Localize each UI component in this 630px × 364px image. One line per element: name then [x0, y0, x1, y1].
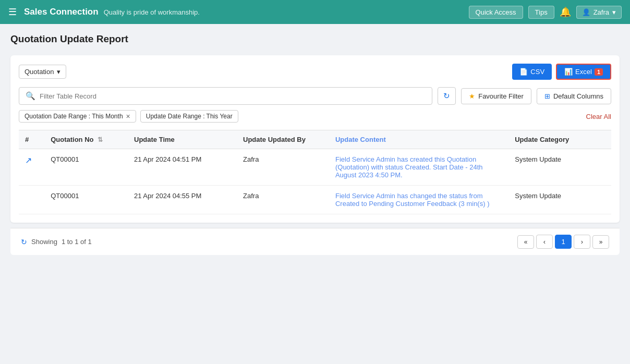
export-buttons: 📄 CSV 📊 Excel 1 — [512, 64, 611, 80]
user-avatar-icon: 👤 — [582, 8, 590, 16]
showing-prefix: Showing — [31, 238, 57, 246]
search-icon: 🔍 — [26, 91, 35, 101]
quotation-dropdown-label: Quotation — [25, 68, 54, 76]
next-page-button[interactable]: › — [574, 235, 590, 249]
excel-badge: 1 — [595, 68, 603, 76]
row1-time: 21 Apr 2024 04:51 PM — [128, 149, 237, 186]
top-navigation: ☰ Sales Connection Quality is pride of w… — [0, 0, 630, 24]
toolbar-row: Quotation ▾ 📄 CSV 📊 Excel 1 — [19, 64, 611, 80]
brand-tagline: Quality is pride of workmanship. — [104, 8, 200, 16]
row2-content: Field Service Admin has changed the stat… — [329, 186, 508, 214]
table-header-row: # Quotation No ⇅ Update Time Update Upda… — [19, 130, 611, 149]
search-box[interactable]: 🔍 — [19, 87, 432, 105]
user-name: Zafra — [593, 8, 609, 16]
row2-qno: QT00001 — [44, 186, 128, 214]
col-header-by: Update Updated By — [237, 130, 329, 149]
csv-label: CSV — [530, 68, 544, 76]
nav-right-section: Quick Access Tips 🔔 👤 Zafra ▾ — [469, 6, 622, 19]
col-header-time: Update Time — [128, 130, 237, 149]
table-row: QT00001 21 Apr 2024 04:55 PM Zafra Field… — [19, 186, 611, 214]
col-header-hash: # — [19, 130, 44, 149]
search-input[interactable] — [40, 92, 426, 100]
star-icon: ★ — [469, 92, 475, 100]
search-row: 🔍 ↻ ★ Favourite Filter ⊞ Default Columns — [19, 87, 611, 105]
excel-icon: 📊 — [564, 68, 573, 76]
filter-tag-update-date: Update Date Range : This Year — [140, 110, 238, 123]
clear-all-button[interactable]: Clear All — [586, 113, 611, 120]
showing-range: 1 to 1 of 1 — [62, 238, 92, 246]
row1-qno: QT00001 — [44, 149, 128, 186]
quotation-dropdown[interactable]: Quotation ▾ — [19, 65, 66, 79]
row2-by: Zafra — [237, 186, 329, 214]
first-page-button[interactable]: « — [517, 235, 534, 249]
default-columns-button[interactable]: ⊞ Default Columns — [537, 88, 611, 104]
filter-quotation-date-remove[interactable]: × — [126, 113, 130, 120]
data-table-container: # Quotation No ⇅ Update Time Update Upda… — [19, 130, 611, 214]
report-card: Quotation ▾ 📄 CSV 📊 Excel 1 🔍 — [10, 55, 620, 223]
col-header-qno: Quotation No ⇅ — [44, 130, 128, 149]
pagination-refresh-icon[interactable]: ↻ — [21, 238, 27, 246]
filter-tag-quotation-date: Quotation Date Range : This Month × — [19, 110, 136, 123]
pagination-bar: ↻ Showing 1 to 1 of 1 « ‹ 1 › » — [10, 228, 620, 255]
fav-filter-label: Favourite Filter — [478, 92, 524, 100]
col-header-category: Update Category — [508, 130, 611, 149]
refresh-button[interactable]: ↻ — [438, 87, 456, 105]
row1-link-icon[interactable]: ↗ — [25, 156, 32, 165]
last-page-button[interactable]: » — [592, 235, 609, 249]
main-content: Quotation Update Report Quotation ▾ 📄 CS… — [0, 24, 630, 364]
columns-icon: ⊞ — [544, 92, 550, 100]
user-chevron-icon: ▾ — [612, 8, 616, 16]
current-page-button[interactable]: 1 — [555, 235, 572, 249]
csv-icon: 📄 — [519, 68, 528, 76]
sort-icon[interactable]: ⇅ — [98, 136, 103, 143]
page-title: Quotation Update Report — [10, 33, 620, 45]
quotation-dropdown-chevron-icon: ▾ — [57, 68, 60, 76]
excel-export-button[interactable]: 📊 Excel 1 — [556, 64, 611, 80]
notification-bell-icon[interactable]: 🔔 — [560, 6, 571, 18]
col-header-content: Update Content — [329, 130, 508, 149]
excel-label: Excel — [575, 68, 592, 76]
csv-export-button[interactable]: 📄 CSV — [512, 64, 552, 80]
row2-time: 21 Apr 2024 04:55 PM — [128, 186, 237, 214]
row1-by: Zafra — [237, 149, 329, 186]
row2-hash — [19, 186, 44, 214]
filters-row: Quotation Date Range : This Month × Upda… — [19, 110, 611, 123]
row1-category: System Update — [508, 149, 611, 186]
pagination-buttons: « ‹ 1 › » — [517, 235, 609, 249]
filter-quotation-date-label: Quotation Date Range : This Month — [25, 113, 123, 120]
filter-update-date-label: Update Date Range : This Year — [146, 113, 233, 120]
prev-page-button[interactable]: ‹ — [536, 235, 553, 249]
user-menu[interactable]: 👤 Zafra ▾ — [576, 6, 622, 19]
table-row: ↗ QT00001 21 Apr 2024 04:51 PM Zafra Fie… — [19, 149, 611, 186]
showing-text: ↻ Showing 1 to 1 of 1 — [21, 238, 92, 246]
data-table: # Quotation No ⇅ Update Time Update Upda… — [19, 130, 611, 214]
row1-content: Field Service Admin has created this Quo… — [329, 149, 508, 186]
row2-category: System Update — [508, 186, 611, 214]
default-columns-label: Default Columns — [553, 92, 603, 100]
favourite-filter-button[interactable]: ★ Favourite Filter — [461, 88, 531, 104]
tips-button[interactable]: Tips — [528, 6, 554, 19]
quick-access-button[interactable]: Quick Access — [469, 6, 523, 19]
brand-name: Sales Connection — [24, 7, 99, 17]
row1-hash: ↗ — [19, 149, 44, 186]
hamburger-menu-icon[interactable]: ☰ — [8, 6, 17, 18]
